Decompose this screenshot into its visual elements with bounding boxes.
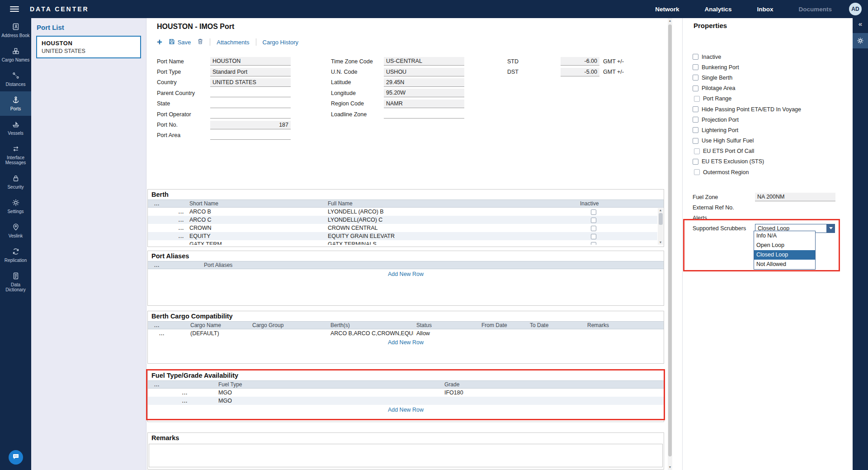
gear-icon[interactable] xyxy=(853,33,868,48)
table-row[interactable]: ... EQUITY EQUITY GRAIN ELEVATR xyxy=(148,232,657,240)
add-new-row-link[interactable]: Add New Row xyxy=(148,405,664,415)
checkbox-row-eu-ets-port-of-call[interactable]: EU ETS Port Of Call xyxy=(694,146,849,157)
scroll-down-icon[interactable]: ▼ xyxy=(658,240,663,245)
port-range-checkbox[interactable] xyxy=(694,96,700,102)
lightering-port-checkbox[interactable] xyxy=(693,127,698,133)
pilotage-area-checkbox[interactable] xyxy=(693,85,698,91)
checkbox-row-port-range[interactable]: Port Range xyxy=(694,94,849,104)
scrubbers-option-closed-loop[interactable]: Closed Loop xyxy=(754,250,815,260)
checkbox-row-use-high-sulfur-fuel[interactable]: Use High Sulfur Fuel xyxy=(693,136,849,146)
longitude-input[interactable]: 95.20W xyxy=(384,89,464,97)
port-name-input[interactable]: HOUSTON xyxy=(210,57,291,66)
checkbox-row-pilotage-area[interactable]: Pilotage Area xyxy=(693,83,849,94)
outermost-region-checkbox[interactable] xyxy=(694,169,700,175)
new-button[interactable]: + xyxy=(157,38,162,47)
sidebar-item-data-dictionary[interactable]: Data Dictionary xyxy=(0,267,31,297)
loadline-zone-input[interactable] xyxy=(384,110,464,119)
sidebar-item-interface-messages[interactable]: Interface Messages xyxy=(0,140,31,170)
table-row[interactable]: ... CROWN CROWN CENTRAL xyxy=(148,224,657,232)
save-button[interactable]: Save xyxy=(169,38,191,46)
inactive-checkbox[interactable] xyxy=(693,54,698,60)
scrollbar-thumb[interactable] xyxy=(659,213,663,225)
inactive-checkbox[interactable] xyxy=(591,242,596,245)
inactive-checkbox[interactable] xyxy=(591,226,596,231)
table-row[interactable]: ... MGO xyxy=(148,397,664,405)
attachments-button[interactable]: Attachments xyxy=(217,39,249,46)
nav-analytics[interactable]: Analytics xyxy=(692,6,744,13)
row-actions-button[interactable]: ... xyxy=(148,233,187,239)
menu-icon[interactable] xyxy=(10,6,19,12)
use-high-sulfur-fuel-checkbox[interactable] xyxy=(693,138,698,144)
port-type-input[interactable]: Standard Port xyxy=(210,68,291,76)
checkbox-row-lightering-port[interactable]: Lightering Port xyxy=(693,125,849,135)
table-row[interactable]: ... ARCO C LYONDELL(ARCO) C xyxy=(148,216,657,224)
sidebar-item-distances[interactable]: Distances xyxy=(0,67,31,91)
inactive-checkbox[interactable] xyxy=(591,209,596,215)
latitude-input[interactable]: 29.45N xyxy=(384,78,464,87)
sidebar-item-security[interactable]: Security xyxy=(0,170,31,194)
row-actions-button[interactable]: ... xyxy=(148,225,187,231)
scroll-up-icon[interactable]: ▲ xyxy=(658,208,663,213)
checkbox-row-outermost-region[interactable]: Outermost Region xyxy=(694,167,849,177)
row-actions-button[interactable]: ... xyxy=(148,217,187,223)
checkbox-row-single-berth[interactable]: Single Berth xyxy=(693,72,849,83)
checkbox-row-eu-ets-exclusion[interactable]: EU ETS Exclusion (STS) xyxy=(693,157,849,167)
parent-country-input[interactable] xyxy=(210,89,291,97)
un-code-input[interactable]: USHOU xyxy=(384,68,464,76)
row-actions-button[interactable]: ... xyxy=(148,390,216,395)
row-actions-button[interactable]: ... xyxy=(148,209,187,214)
port-area-input[interactable] xyxy=(210,131,291,140)
port-list-item-houston[interactable]: HOUSTON UNITED STATES xyxy=(36,36,141,58)
nav-inbox[interactable]: Inbox xyxy=(744,6,786,13)
remarks-textarea[interactable] xyxy=(149,444,663,467)
bunkering-port-checkbox[interactable] xyxy=(693,64,698,70)
scrubbers-option-not-allowed[interactable]: Not Allowed xyxy=(754,260,815,269)
checkbox-row-inactive[interactable]: Inactive xyxy=(693,52,849,62)
sidebar-item-ports[interactable]: Ports xyxy=(0,91,31,116)
state-input[interactable] xyxy=(210,100,291,108)
table-row[interactable]: ... GATX TERM GATX TERMINALS xyxy=(148,240,657,245)
sidebar-item-replication[interactable]: Replication xyxy=(0,243,31,267)
country-input[interactable]: UNITED STATES xyxy=(210,78,291,87)
checkbox-row-hide-passing-point[interactable]: Hide Passing Point ETA/ETD In Voyage xyxy=(693,104,849,114)
table-row[interactable]: ... ARCO B LYONDELL (ARCO) B xyxy=(148,208,657,216)
region-code-input[interactable]: NAMR xyxy=(384,100,464,108)
berth-table-scrollbar[interactable]: ▲ ▼ xyxy=(658,208,663,245)
sidebar-item-cargo-names[interactable]: Cargo Names xyxy=(0,43,31,67)
table-row[interactable]: ... (DEFAULT) ARCO B,ARCO C,CROWN,EQUIT … xyxy=(148,329,664,337)
checkbox-row-projection-port[interactable]: Projection Port xyxy=(693,114,849,125)
avatar[interactable]: AD xyxy=(849,3,862,15)
scrubbers-option-open-loop[interactable]: Open Loop xyxy=(754,241,815,250)
projection-port-checkbox[interactable] xyxy=(693,117,698,123)
scrubbers-option-info-na[interactable]: Info N/A xyxy=(754,231,815,241)
row-actions-button[interactable]: ... xyxy=(148,242,187,245)
main-scrollbar[interactable]: ▲ ▼ xyxy=(668,18,672,470)
fuel-zone-input[interactable]: NA 200NM xyxy=(755,193,835,201)
port-no-input[interactable]: 187 xyxy=(210,121,291,129)
inactive-checkbox[interactable] xyxy=(591,234,596,239)
port-operator-input[interactable] xyxy=(210,110,291,119)
table-row[interactable]: ... MGO IFO180 xyxy=(148,389,664,397)
scroll-up-icon[interactable]: ▲ xyxy=(668,18,672,24)
chat-button[interactable] xyxy=(9,450,23,465)
sidebar-item-vessels[interactable]: Vessels xyxy=(0,116,31,140)
eu-ets-port-of-call-checkbox[interactable] xyxy=(694,148,700,154)
row-actions-button[interactable]: ... xyxy=(148,331,188,336)
add-new-row-link[interactable]: Add New Row xyxy=(148,269,664,279)
collapse-panel-icon[interactable]: « xyxy=(853,18,868,28)
add-new-row-link[interactable]: Add New Row xyxy=(148,337,664,347)
row-actions-button[interactable]: ... xyxy=(148,398,216,404)
checkbox-row-bunkering-port[interactable]: Bunkering Port xyxy=(693,62,849,72)
time-zone-code-input[interactable]: US-CENTRAL xyxy=(384,57,464,66)
sidebar-item-settings[interactable]: Settings xyxy=(0,194,31,218)
std-input[interactable]: -6.00 xyxy=(561,57,599,66)
eu-ets-exclusion-checkbox[interactable] xyxy=(693,159,698,165)
sidebar-item-address-book[interactable]: Address Book xyxy=(0,18,31,43)
nav-network[interactable]: Network xyxy=(642,6,692,13)
sidebar-item-veslink[interactable]: Veslink xyxy=(0,218,31,243)
scroll-down-icon[interactable]: ▼ xyxy=(668,465,672,470)
hide-passing-point-checkbox[interactable] xyxy=(693,106,698,112)
scrollbar-thumb[interactable] xyxy=(668,24,672,456)
cargo-history-button[interactable]: Cargo History xyxy=(263,39,298,46)
inactive-checkbox[interactable] xyxy=(591,218,596,223)
